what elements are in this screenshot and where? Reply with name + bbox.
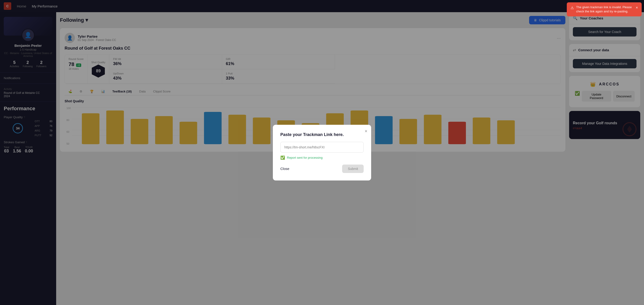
modal-actions: Close Submit bbox=[280, 164, 364, 173]
modal-success-message: ✅ Report sent for processing bbox=[280, 156, 364, 160]
error-toast: ⚠ The given trackman link is invalid. Pl… bbox=[567, 2, 642, 16]
modal-overlay: Paste your Trackman Link here. × ✅ Repor… bbox=[0, 0, 644, 305]
success-text: Report sent for processing bbox=[287, 156, 322, 160]
trackman-modal: Paste your Trackman Link here. × ✅ Repor… bbox=[273, 125, 371, 180]
modal-close-button[interactable]: Close bbox=[280, 165, 289, 172]
modal-submit-button[interactable]: Submit bbox=[342, 164, 364, 173]
toast-message: The given trackman link is invalid. Plea… bbox=[576, 5, 634, 14]
success-icon: ✅ bbox=[280, 156, 285, 160]
trackman-link-input[interactable] bbox=[280, 142, 364, 152]
warning-icon: ⚠ bbox=[570, 6, 574, 10]
toast-close-button[interactable]: × bbox=[636, 5, 638, 10]
modal-close-x-button[interactable]: × bbox=[364, 128, 368, 134]
modal-title: Paste your Trackman Link here. bbox=[280, 132, 364, 137]
